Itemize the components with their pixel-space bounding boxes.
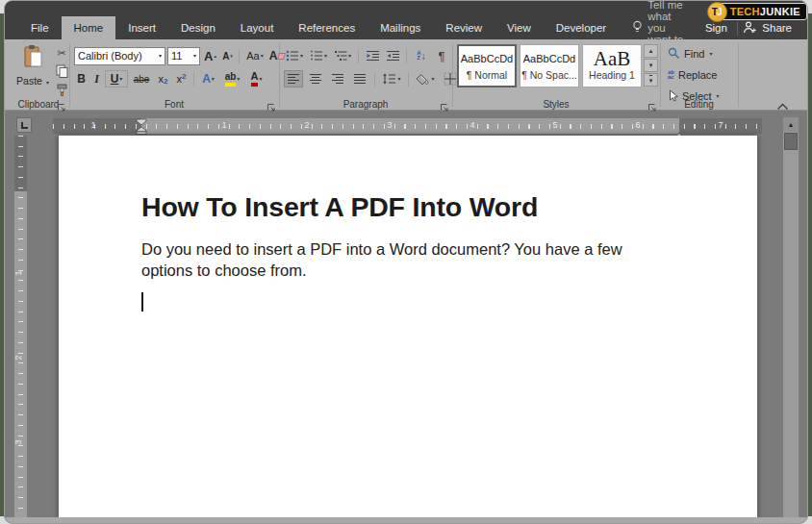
group-styles: AaBbCcDd ¶ Normal AaBbCcDd ¶ No Spac... … [452,39,660,111]
tab-view[interactable]: View [495,16,544,39]
align-center-button[interactable] [306,70,325,87]
decrease-indent-button[interactable] [364,47,381,64]
style-card-heading1[interactable]: AaB Heading 1 [582,44,642,87]
bold-button[interactable]: B [74,70,89,87]
document-paragraph: Do you need to insert a PDF into a Word … [141,238,637,281]
share-person-icon [743,21,757,36]
shading-button[interactable]: ▾ [414,70,437,87]
change-case-button[interactable]: Aa▾ [243,47,266,64]
styles-more-icon: ▾ [649,75,653,85]
ruler-number: 3 [13,439,23,444]
ruler-ticks [53,124,762,129]
ruler-number: 7 [718,120,723,130]
font-color-button[interactable]: A▾ [246,70,266,87]
style-preview: AaBbCcDd [459,49,515,68]
text-effects-button[interactable]: A▾ [198,70,218,87]
left-tab-icon [21,122,28,129]
toolbar-divider [408,72,409,87]
tab-insert[interactable]: Insert [115,16,168,39]
numbering-button[interactable]: ▾ [308,47,329,64]
collapse-ribbon-button[interactable] [776,97,790,107]
share-label: Share [762,22,792,34]
align-right-button[interactable] [328,70,347,87]
ruler-number: 3 [387,120,392,130]
sort-button[interactable]: AZ ↓ [412,47,431,64]
show-formatting-button[interactable]: ¶ [434,47,449,64]
toolbar-divider [374,72,375,87]
tab-layout[interactable]: Layout [228,16,287,39]
align-left-icon [287,73,300,85]
scroll-up-button[interactable]: ▲ [783,117,799,132]
strikethrough-button[interactable]: abe [130,70,153,87]
tab-references[interactable]: References [286,16,368,39]
sort-arrow-icon: ↓ [421,51,426,62]
tab-mailings[interactable]: Mailings [368,16,433,39]
document-area: 1 1 2 3 4 5 6 7 1 2 3 [5,112,807,523]
tab-review[interactable]: Review [433,16,495,39]
multilevel-list-icon [334,50,347,62]
text-cursor [141,292,143,312]
styles-scroll-down-button[interactable]: ▾ [644,59,658,72]
format-painter-button[interactable] [54,82,69,97]
font-size-combo[interactable]: 11 ▾ [167,47,200,65]
tab-stop-selector[interactable] [16,117,32,133]
shrink-font-button[interactable]: A▾ [220,47,235,64]
styles-more-button[interactable]: ▾ [644,73,658,87]
font-dialog-launcher[interactable] [266,99,276,109]
paint-bucket-icon [416,73,430,86]
vertical-ruler[interactable]: 1 2 3 [14,136,27,523]
style-name: Heading 1 [583,68,641,83]
subscript-button[interactable]: x2 [155,70,171,87]
paste-button[interactable]: Paste ▾ [13,44,52,87]
tab-home[interactable]: Home [62,16,116,39]
line-spacing-button[interactable]: ▾ [380,70,403,87]
italic-button[interactable]: I [90,70,103,87]
grow-font-button[interactable]: A▴ [202,47,218,64]
document-page[interactable]: How To Insert A PDF Into Word Do you nee… [59,136,757,523]
numbering-icon [310,50,323,62]
dropdown-caret: ▾ [119,76,122,82]
font-name-combo[interactable]: Calibri (Body) ▾ [74,47,165,65]
word-window: File Home Insert Design Layout Reference… [4,0,808,524]
style-preview: AaBbCcDd [520,49,578,68]
cut-button[interactable]: ✂ [54,45,69,61]
scroll-down-icon: ▾ [649,62,653,69]
styles-dialog-launcher[interactable] [647,99,657,109]
dropdown-caret: ▾ [159,53,162,59]
group-paragraph: ▾ ▾ ▾ [279,39,452,111]
justify-button[interactable] [350,70,369,87]
font-name-value: Calibri (Body) [78,50,158,62]
bullets-button[interactable]: ▾ [284,47,305,64]
multilevel-list-button[interactable]: ▾ [332,47,353,64]
tab-developer[interactable]: Developer [544,16,619,39]
dropdown-caret: ▾ [261,53,264,59]
style-card-normal[interactable]: AaBbCcDd ¶ Normal [457,44,517,87]
scrollbar-thumb[interactable] [784,133,798,150]
tab-design[interactable]: Design [168,16,228,39]
decrease-indent-icon [366,50,380,62]
tell-me-box[interactable]: Tell me what you want to d [632,16,690,39]
horizontal-ruler[interactable]: 1 1 2 3 4 5 6 7 [53,118,762,134]
replace-label: Replace [678,69,717,81]
find-button[interactable]: Find ▾ [668,46,712,61]
bullets-icon [286,50,299,62]
align-left-button[interactable] [284,70,303,87]
dropdown-caret: ▾ [431,76,434,82]
group-clipboard: Paste ▾ ✂ Clipboard [8,39,69,111]
replace-button[interactable]: ab ac Replace [668,67,717,82]
increase-indent-button[interactable] [384,47,401,64]
paragraph-dialog-launcher[interactable] [440,99,449,109]
ruler-number: 1 [13,270,23,275]
superscript-button[interactable]: x2 [173,70,190,87]
tab-file[interactable]: File [18,16,62,39]
scroll-up-arrow-icon: ▲ [788,121,795,128]
ribbon-home: Paste ▾ ✂ Clipboard [5,39,807,111]
clipboard-dialog-launcher[interactable] [57,99,66,109]
style-card-no-spacing[interactable]: AaBbCcDd ¶ No Spac... [520,44,579,87]
ruler-number: 6 [635,120,640,130]
highlight-color-button[interactable]: ab▾ [220,70,244,87]
underline-button[interactable]: U▾ [105,70,128,87]
copy-button[interactable] [54,63,69,79]
vertical-scrollbar[interactable]: ▲ [783,117,799,523]
styles-scroll-up-button[interactable]: ▴ [644,44,658,58]
